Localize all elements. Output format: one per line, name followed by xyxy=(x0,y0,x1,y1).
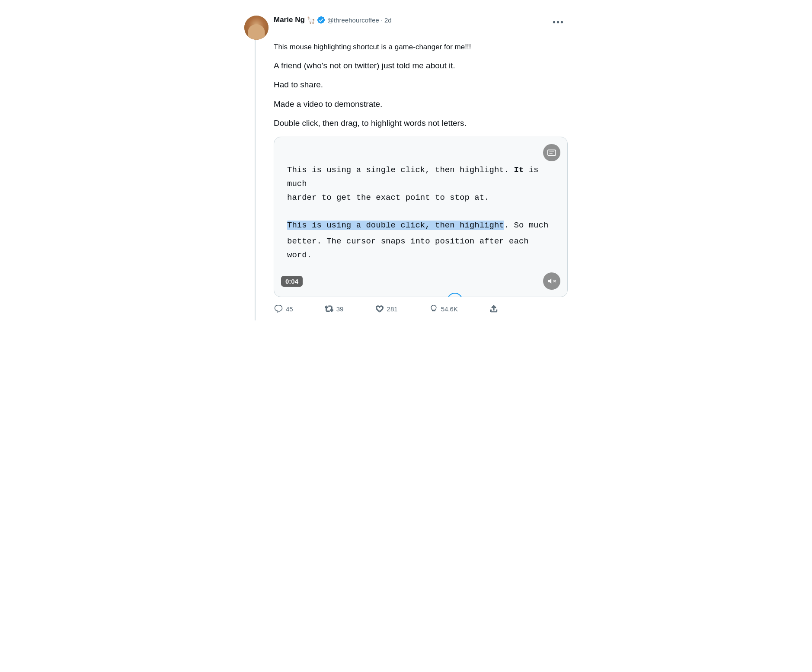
svg-rect-0 xyxy=(548,150,556,155)
video-line2-wrapper: This is using a double click, then highl… xyxy=(287,218,554,262)
video-controls: 0:04 xyxy=(281,272,560,290)
like-icon xyxy=(375,304,384,314)
tweet-line-3: Had to share. xyxy=(274,79,568,91)
time-ago[interactable]: 2d xyxy=(384,16,392,24)
display-name: Marie Ng xyxy=(274,16,305,24)
tweet-first-line: This mouse highlighting shortcut is a ga… xyxy=(274,42,568,53)
views-icon xyxy=(429,304,438,314)
author-info: Marie Ng 🦙 @threehourcoffee · 2d xyxy=(274,16,568,25)
views-action[interactable]: 54,6K xyxy=(429,304,458,314)
video-line2: This is using a double click, then highl… xyxy=(287,218,554,232)
tweet-body: This mouse highlighting shortcut is a ga… xyxy=(274,42,568,314)
reply-icon xyxy=(274,304,283,314)
verified-badge xyxy=(317,16,326,24)
highlighted-text: This is using a double click, then highl… xyxy=(287,221,504,230)
reply-action[interactable]: 45 xyxy=(274,304,293,314)
video-line1-cont: harder to get the exact point to stop at… xyxy=(287,193,489,202)
share-action[interactable] xyxy=(489,304,499,314)
like-count: 281 xyxy=(387,305,398,313)
name-row: Marie Ng 🦙 @threehourcoffee · 2d xyxy=(274,16,568,24)
tweet-line-4: Made a video to demonstrate. xyxy=(274,98,568,111)
mute-button[interactable] xyxy=(543,272,560,290)
caption-icon[interactable] xyxy=(543,144,560,161)
username[interactable]: @threehourcoffee xyxy=(327,16,379,24)
reply-count: 45 xyxy=(286,305,293,313)
video-line1: This is using a single click, then highl… xyxy=(287,163,554,205)
video-line2-rest: . So much xyxy=(504,221,549,230)
llama-emoji: 🦙 xyxy=(307,16,315,24)
cursor-ibeam: 𝙸 xyxy=(455,295,460,297)
like-action[interactable]: 281 xyxy=(375,304,398,314)
share-icon xyxy=(489,304,499,314)
retweet-icon xyxy=(324,304,334,314)
dot-separator: · xyxy=(381,16,383,24)
vertical-divider xyxy=(255,40,256,320)
tweet-header: Marie Ng 🦙 @threehourcoffee · 2d ••• xyxy=(244,16,568,40)
video-timestamp[interactable]: 0:04 xyxy=(281,276,303,287)
video-embed[interactable]: This is using a single click, then highl… xyxy=(274,137,568,298)
video-text-area: This is using a single click, then highl… xyxy=(283,154,559,271)
tweet-actions: 45 39 281 xyxy=(274,302,499,314)
views-count: 54,6K xyxy=(441,305,458,313)
video-line3: better. The cursor snaps into position a… xyxy=(287,234,554,262)
video-line1-text: This is using a single click, then highl… xyxy=(287,165,539,189)
tweet-card: Marie Ng 🦙 @threehourcoffee · 2d ••• Thi… xyxy=(237,9,575,320)
avatar[interactable] xyxy=(244,16,269,40)
tweet-line-5: Double click, then drag, to highlight wo… xyxy=(274,117,568,130)
username-time: @threehourcoffee · 2d xyxy=(327,16,392,24)
more-options-button[interactable]: ••• xyxy=(549,16,568,29)
tweet-line-2: A friend (who's not on twitter) just tol… xyxy=(274,60,568,72)
retweet-action[interactable]: 39 xyxy=(324,304,344,314)
retweet-count: 39 xyxy=(336,305,344,313)
